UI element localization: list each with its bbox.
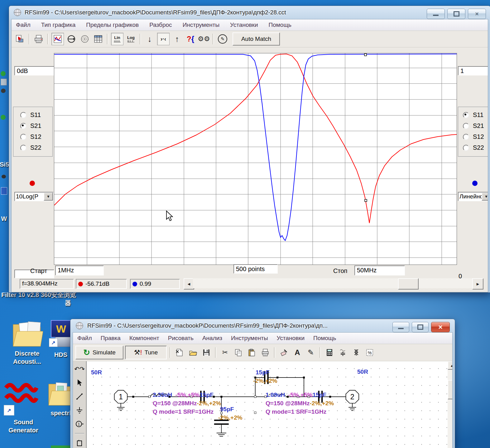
- stop-input[interactable]: 50MHz: [354, 265, 405, 275]
- polar-chart-button[interactable]: [79, 33, 91, 45]
- save-disk-icon: [202, 348, 210, 357]
- chevron-down-icon[interactable]: ▼: [482, 192, 488, 201]
- left-radio-s22[interactable]: [20, 145, 26, 151]
- points-input[interactable]: 500 points: [233, 264, 278, 274]
- right-scale-top[interactable]: 1: [458, 66, 488, 75]
- schematic-canvas[interactable]: 1 2 50R 50R 2.35uH -5%,+5%15pF Q=150 @28…: [87, 361, 448, 448]
- scrollbar-track[interactable]: [193, 278, 472, 288]
- right-radio-s11[interactable]: [463, 112, 469, 118]
- menu-edit[interactable]: Правка: [101, 335, 121, 342]
- capacitor-tool-button[interactable]: [337, 347, 349, 358]
- chevron-down-icon[interactable]: ▼: [44, 192, 53, 201]
- left-radio-s11[interactable]: [20, 112, 26, 118]
- optimize-button[interactable]: ⚙⚙: [198, 33, 210, 45]
- print-button[interactable]: [259, 347, 271, 358]
- minimize-button[interactable]: [427, 9, 445, 19]
- menu-component[interactable]: Компонент: [129, 335, 159, 342]
- transformer-tool-button[interactable]: [350, 347, 362, 358]
- erase-button[interactable]: [278, 347, 290, 358]
- menu-file[interactable]: Файл: [77, 335, 92, 342]
- inductor2-label[interactable]: 1.09uH -5%,+5%15pF Q=150 @28MHz-2%,+2% Q…: [266, 391, 334, 416]
- scrollbar-thumb[interactable]: [398, 278, 419, 290]
- maximize-button[interactable]: [447, 9, 465, 19]
- simulate-button[interactable]: ↻ Simulate: [75, 346, 123, 359]
- close-button[interactable]: ✕: [468, 9, 486, 19]
- scale-down-button[interactable]: ↓: [144, 33, 156, 45]
- left-scale-top[interactable]: 0dB: [14, 66, 54, 75]
- scrollbar-thumb[interactable]: [448, 380, 453, 399]
- start-input[interactable]: 1MHz: [55, 265, 104, 275]
- text-tool-button[interactable]: A: [291, 347, 303, 358]
- left-radio-s22-label: S22: [30, 144, 41, 151]
- right-radio-s21[interactable]: [463, 123, 469, 129]
- menu-graph-limits[interactable]: Пределы графиков: [86, 22, 139, 28]
- draw-tool-button[interactable]: ✎: [305, 347, 317, 358]
- paste-button[interactable]: [246, 347, 258, 358]
- close-button[interactable]: ✕: [431, 322, 450, 332]
- scroll-left-button[interactable]: ◀: [184, 278, 194, 290]
- vertical-scrollbar[interactable]: ▲: [448, 361, 453, 448]
- autofit-button[interactable]: ›·‹: [157, 33, 170, 45]
- auto-match-button[interactable]: Auto Match: [233, 32, 280, 46]
- save-button[interactable]: [200, 347, 212, 358]
- menu-tools[interactable]: Инструменты: [183, 22, 219, 28]
- desktop-icon-sound-generator[interactable]: ↗ Sound Generator: [0, 378, 47, 441]
- smith-chart-button[interactable]: [65, 33, 77, 45]
- port-tool[interactable]: 1: [75, 419, 84, 429]
- graph-titlebar[interactable]: RFSim99 - C:\Users\sergeiturov_macbookP\…: [9, 6, 490, 19]
- plot-area[interactable]: [54, 53, 457, 265]
- polar-chart-icon: [80, 35, 89, 43]
- select-tool[interactable]: [75, 378, 84, 387]
- right-radio-s22[interactable]: [463, 145, 469, 151]
- right-radio-s12[interactable]: [463, 134, 469, 140]
- tune-button[interactable]: ⚒! Tune: [125, 346, 167, 359]
- horizontal-scrollbar[interactable]: ◀ ▶: [184, 278, 482, 288]
- scale-up-button[interactable]: ↑: [171, 33, 183, 45]
- menu-analysis[interactable]: Анализ: [202, 335, 222, 342]
- desktop-icon-hds[interactable]: W ↗ HDS: [48, 319, 73, 366]
- rotate-tool[interactable]: ↶↷: [75, 364, 84, 374]
- menu-settings[interactable]: Установки: [277, 335, 305, 342]
- rect-tool[interactable]: [75, 438, 84, 448]
- query-button[interactable]: ?{: [185, 33, 196, 45]
- schematic-titlebar[interactable]: RFSim99 - C:\Users\sergeiturov_macbookP\…: [70, 319, 455, 332]
- shunt-cap-label[interactable]: 95pF -2%,+2%: [220, 405, 243, 422]
- copy-graph-button[interactable]: ✎: [217, 33, 228, 45]
- menu-graph-type[interactable]: Тип графика: [41, 22, 76, 28]
- left-radio-s21[interactable]: [20, 123, 26, 129]
- left-scale-combo[interactable]: 10Log(P ▼: [14, 192, 54, 201]
- export-button[interactable]: [14, 33, 26, 45]
- scroll-right-button[interactable]: ▶: [472, 278, 483, 290]
- maximize-button[interactable]: [412, 322, 429, 332]
- print-button[interactable]: [33, 33, 45, 45]
- scroll-up-button[interactable]: ▲: [448, 361, 453, 370]
- right-scale-combo[interactable]: Линейно ▼: [458, 192, 488, 201]
- menu-file[interactable]: Файл: [16, 22, 31, 28]
- left-radio-s12[interactable]: [20, 134, 26, 140]
- s11-marker[interactable]: [364, 54, 367, 56]
- copy-button[interactable]: [233, 347, 244, 358]
- table-view-button[interactable]: [92, 33, 104, 45]
- calculator-button[interactable]: [324, 347, 335, 358]
- sparams-tool-button[interactable]: %: [364, 347, 376, 358]
- menu-settings[interactable]: Установки: [230, 22, 258, 28]
- s21-marker[interactable]: [365, 199, 367, 202]
- linear-scale-button[interactable]: Lin: [111, 33, 123, 45]
- new-button[interactable]: [174, 347, 185, 358]
- menu-help[interactable]: Помощь: [313, 335, 336, 342]
- inductor1-label[interactable]: 2.35uH -5%,+5%15pF Q=150 @28MHz-2%,+2% Q…: [153, 391, 221, 416]
- menu-spread[interactable]: Разброс: [149, 22, 172, 28]
- open-button[interactable]: [187, 347, 199, 358]
- cut-button[interactable]: ✂: [219, 347, 231, 358]
- rectangular-graph-button[interactable]: [51, 33, 64, 45]
- bridge-cap-label[interactable]: 15pF -2%,+2%: [256, 368, 277, 385]
- menu-help[interactable]: Помощь: [269, 22, 291, 28]
- log-scale-button[interactable]: Log: [125, 33, 137, 45]
- ground-tool[interactable]: [75, 406, 84, 415]
- capacitor-icon: [339, 348, 347, 357]
- wire-tool[interactable]: [75, 392, 84, 401]
- desktop-icon-discrete-acoustic[interactable]: Discrete Acousti...: [4, 319, 50, 373]
- menu-tools[interactable]: Инструменты: [231, 335, 268, 342]
- menu-draw[interactable]: Рисовать: [168, 335, 194, 342]
- minimize-button[interactable]: [392, 322, 409, 332]
